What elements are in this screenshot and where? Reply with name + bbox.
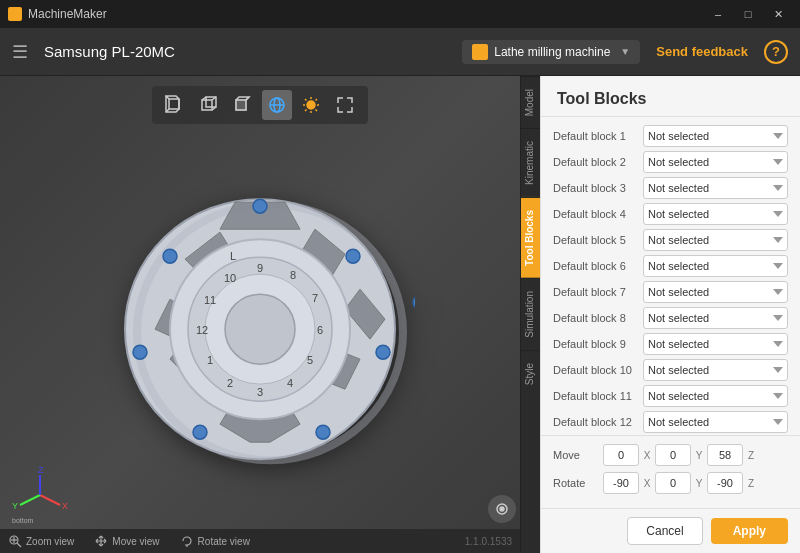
panel-content: Default block 1Not selectedDefault block…: [541, 117, 800, 435]
tool-block-row: Default block 5Not selected: [553, 229, 788, 251]
tool-block-row: Default block 8Not selected: [553, 307, 788, 329]
move-label-text: Move: [553, 449, 603, 461]
cancel-button[interactable]: Cancel: [627, 517, 702, 545]
svg-text:11: 11: [204, 294, 216, 306]
svg-point-25: [346, 249, 360, 263]
move-y-label: Y: [694, 450, 704, 461]
app-title: Samsung PL-20MC: [44, 43, 446, 60]
svg-point-13: [307, 101, 315, 109]
block-select-9[interactable]: Not selected: [643, 333, 788, 355]
rotate-label-text: Rotate: [553, 477, 603, 489]
block-select-2[interactable]: Not selected: [643, 151, 788, 173]
zoom-view-mode[interactable]: Zoom view: [8, 534, 74, 548]
block-select-6[interactable]: Not selected: [643, 255, 788, 277]
minimize-button[interactable]: –: [704, 0, 732, 28]
svg-line-19: [316, 110, 318, 112]
tab-rail: Model Kinematic Tool Blocks Simulation S…: [520, 76, 540, 553]
svg-point-24: [253, 199, 267, 213]
rotate-label: Rotate view: [198, 536, 250, 547]
svg-point-26: [376, 345, 390, 359]
tab-simulation[interactable]: Simulation: [521, 278, 540, 350]
svg-text:10: 10: [224, 272, 236, 284]
chevron-down-icon: ▼: [620, 46, 630, 57]
highlight-button[interactable]: [296, 90, 326, 120]
block-label-11: Default block 11: [553, 390, 643, 402]
apply-button[interactable]: Apply: [711, 518, 788, 544]
block-select-7[interactable]: Not selected: [643, 281, 788, 303]
viewport-footer: Zoom view Move view Rotate view: [0, 529, 520, 553]
svg-text:7: 7: [312, 292, 318, 304]
block-label-2: Default block 2: [553, 156, 643, 168]
svg-text:Z: Z: [38, 465, 44, 475]
block-select-12[interactable]: Not selected: [643, 411, 788, 433]
panel-title: Tool Blocks: [541, 76, 800, 117]
tool-block-row: Default block 3Not selected: [553, 177, 788, 199]
viewport[interactable]: 9 8 7 6 5 4 3 2 1 12 11 10 L X: [0, 76, 520, 553]
svg-text:bottom: bottom: [12, 517, 34, 524]
titlebar-left: MachineMaker: [8, 7, 107, 21]
block-select-10[interactable]: Not selected: [643, 359, 788, 381]
block-select-5[interactable]: Not selected: [643, 229, 788, 251]
rotate-z-input[interactable]: [707, 472, 743, 494]
tab-style[interactable]: Style: [521, 350, 540, 397]
rotate-y-input[interactable]: [655, 472, 691, 494]
block-label-8: Default block 8: [553, 312, 643, 324]
tool-block-row: Default block 9Not selected: [553, 333, 788, 355]
svg-text:X: X: [62, 501, 68, 511]
move-y-input[interactable]: [655, 444, 691, 466]
maximize-button[interactable]: □: [734, 0, 762, 28]
block-label-4: Default block 4: [553, 208, 643, 220]
panel-footer: Cancel Apply: [541, 508, 800, 553]
fit-view-button[interactable]: [330, 90, 360, 120]
help-button[interactable]: ?: [764, 40, 788, 64]
block-label-6: Default block 6: [553, 260, 643, 272]
block-select-8[interactable]: Not selected: [643, 307, 788, 329]
svg-text:5: 5: [307, 354, 313, 366]
block-label-7: Default block 7: [553, 286, 643, 298]
header: ☰ Samsung PL-20MC Lathe milling machine …: [0, 28, 800, 76]
move-row: Move X Y Z: [553, 444, 788, 466]
rotate-x-input[interactable]: [603, 472, 639, 494]
svg-text:Y: Y: [12, 501, 18, 511]
rotate-view-button[interactable]: [262, 90, 292, 120]
svg-point-27: [316, 425, 330, 439]
perspective-view-button[interactable]: [160, 90, 190, 120]
machine-selector[interactable]: Lathe milling machine ▼: [462, 40, 640, 64]
camera-widget[interactable]: [488, 495, 516, 523]
block-label-9: Default block 9: [553, 338, 643, 350]
front-view-button[interactable]: [194, 90, 224, 120]
tool-block-row: Default block 11Not selected: [553, 385, 788, 407]
svg-text:9: 9: [257, 262, 263, 274]
send-feedback-link[interactable]: Send feedback: [656, 44, 748, 59]
svg-text:3: 3: [257, 386, 263, 398]
move-z-input[interactable]: [707, 444, 743, 466]
move-x-input[interactable]: [603, 444, 639, 466]
block-select-1[interactable]: Not selected: [643, 125, 788, 147]
view-toolbar: [152, 86, 368, 124]
tool-block-row: Default block 12Not selected: [553, 411, 788, 433]
close-button[interactable]: ✕: [764, 0, 792, 28]
rotate-view-mode[interactable]: Rotate view: [180, 534, 250, 548]
machine-icon: [472, 44, 488, 60]
svg-point-31: [413, 295, 415, 309]
move-view-mode[interactable]: Move view: [94, 534, 159, 548]
block-select-4[interactable]: Not selected: [643, 203, 788, 225]
svg-point-35: [225, 294, 295, 364]
zoom-label: Zoom view: [26, 536, 74, 547]
menu-icon[interactable]: ☰: [12, 41, 28, 63]
block-select-3[interactable]: Not selected: [643, 177, 788, 199]
tab-model[interactable]: Model: [521, 76, 540, 128]
move-z-label: Z: [746, 450, 756, 461]
top-view-button[interactable]: [228, 90, 258, 120]
3d-model: 9 8 7 6 5 4 3 2 1 12 11 10 L: [105, 174, 415, 487]
tab-tool-blocks[interactable]: Tool Blocks: [521, 197, 540, 278]
tab-kinematic[interactable]: Kinematic: [521, 128, 540, 197]
rotate-z-label: Z: [746, 478, 756, 489]
block-select-11[interactable]: Not selected: [643, 385, 788, 407]
main-layout: 9 8 7 6 5 4 3 2 1 12 11 10 L X: [0, 76, 800, 553]
svg-point-58: [500, 507, 504, 511]
svg-text:12: 12: [196, 324, 208, 336]
move-x-label: X: [642, 450, 652, 461]
block-label-1: Default block 1: [553, 130, 643, 142]
tool-block-row: Default block 7Not selected: [553, 281, 788, 303]
